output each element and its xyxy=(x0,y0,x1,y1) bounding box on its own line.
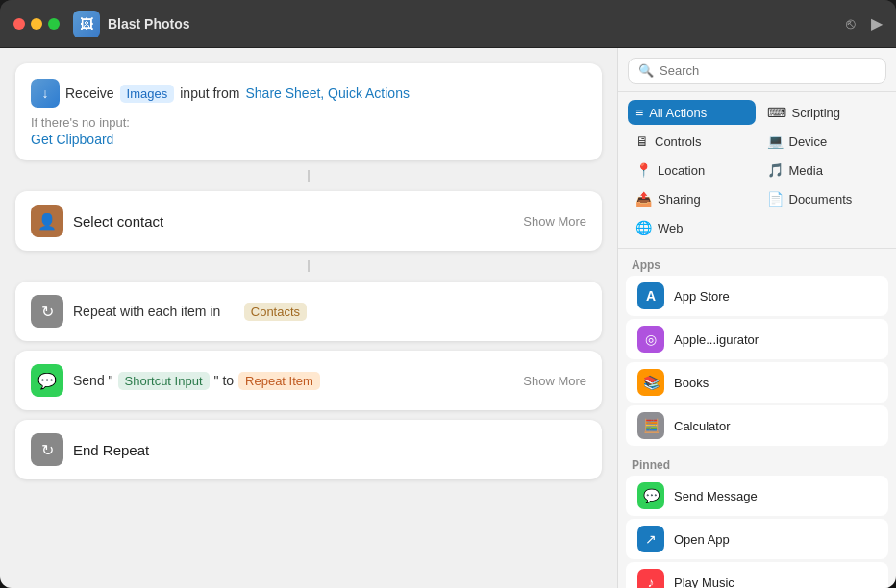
maximize-button[interactable] xyxy=(48,18,60,30)
calculator-label: Calculator xyxy=(674,419,731,433)
all-actions-icon: ≡ xyxy=(635,105,643,120)
actions-list: Apps A App Store ◎ Apple...igurator 📚 Bo… xyxy=(618,249,896,588)
media-label: Media xyxy=(789,163,823,178)
receive-card: ↓ Receive Images input from Share Sheet,… xyxy=(15,63,602,160)
app-store-icon: A xyxy=(637,282,664,309)
scripting-icon: ⌨ xyxy=(767,105,786,120)
action-apple-configurator[interactable]: ◎ Apple...igurator xyxy=(626,319,888,359)
no-input-label: If there's no input: xyxy=(31,115,586,130)
location-label: Location xyxy=(658,163,705,178)
divider-2 xyxy=(308,260,310,272)
input-from-label: input from xyxy=(180,86,239,101)
get-clipboard-link[interactable]: Get Clipboard xyxy=(31,132,586,147)
device-icon: 💻 xyxy=(767,134,784,149)
category-location[interactable]: 📍 Location xyxy=(628,158,756,183)
open-app-label: Open App xyxy=(674,532,730,547)
sharing-icon: 📤 xyxy=(635,191,652,207)
run-button[interactable]: ▶ xyxy=(871,14,883,33)
contacts-tag[interactable]: Contacts xyxy=(244,303,307,321)
send-row: 💬 Send " Shortcut Input " to Repeat Item… xyxy=(31,364,586,397)
send-icon: 💬 xyxy=(31,364,63,397)
receive-row: ↓ Receive Images input from Share Sheet,… xyxy=(31,79,586,108)
repeat-label-prefix: Repeat with each item in xyxy=(73,304,220,319)
play-music-label: Play Music xyxy=(674,576,734,589)
sharing-label: Sharing xyxy=(658,192,701,207)
location-icon: 📍 xyxy=(635,162,652,178)
select-contact-label: Select contact xyxy=(73,213,513,230)
category-media[interactable]: 🎵 Media xyxy=(759,158,887,183)
titlebar-actions: ⎋ ▶ xyxy=(846,14,883,33)
search-wrapper[interactable]: 🔍 xyxy=(628,58,886,84)
show-more-select[interactable]: Show More xyxy=(523,214,586,229)
close-button[interactable] xyxy=(13,18,25,30)
actions-panel: 🔍 ≡ All Actions ⌨ Scripting 🖥 Controls xyxy=(617,48,896,588)
category-sharing[interactable]: 📤 Sharing xyxy=(628,186,756,211)
all-actions-label: All Actions xyxy=(649,106,707,120)
sources-link[interactable]: Share Sheet, Quick Actions xyxy=(245,86,409,101)
books-icon: 📚 xyxy=(637,369,664,396)
device-label: Device xyxy=(789,135,828,149)
apps-section-header: Apps xyxy=(618,249,896,276)
controls-label: Controls xyxy=(655,135,701,149)
repeat-item-tag[interactable]: Repeat Item xyxy=(238,372,320,390)
titlebar: 🖼 Blast Photos ⎋ ▶ xyxy=(0,0,896,48)
send-text: Send " Shortcut Input " to Repeat Item xyxy=(73,372,513,390)
end-repeat-row: ↻ End Repeat xyxy=(31,433,586,466)
repeat-icon: ↻ xyxy=(31,295,63,328)
category-scripting[interactable]: ⌨ Scripting xyxy=(759,100,887,125)
category-all-actions[interactable]: ≡ All Actions xyxy=(628,100,756,125)
end-repeat-icon: ↻ xyxy=(31,433,63,466)
search-icon: 🔍 xyxy=(638,63,654,78)
category-grid: ≡ All Actions ⌨ Scripting 🖥 Controls 💻 D… xyxy=(618,92,896,249)
action-play-music[interactable]: ♪ Play Music xyxy=(626,562,888,588)
controls-icon: 🖥 xyxy=(635,134,649,149)
app-store-label: App Store xyxy=(674,289,730,304)
end-repeat-card: ↻ End Repeat xyxy=(15,420,602,479)
web-label: Web xyxy=(658,221,684,235)
app-window: 🖼 Blast Photos ⎋ ▶ ↓ Receive Images inpu… xyxy=(0,0,896,588)
books-label: Books xyxy=(674,376,709,390)
images-tag[interactable]: Images xyxy=(120,85,175,103)
open-app-icon: ↗ xyxy=(637,526,664,552)
main-content: ↓ Receive Images input from Share Sheet,… xyxy=(0,48,896,588)
send-mid: " to xyxy=(214,373,235,388)
divider-1 xyxy=(308,170,310,182)
category-web[interactable]: 🌐 Web xyxy=(628,215,756,240)
traffic-lights xyxy=(13,18,60,30)
send-prefix: Send " xyxy=(73,373,113,388)
action-send-message[interactable]: 💬 Send Message xyxy=(626,476,888,516)
play-music-icon: ♪ xyxy=(637,569,664,588)
send-card: 💬 Send " Shortcut Input " to Repeat Item… xyxy=(15,351,602,410)
contact-icon: 👤 xyxy=(31,205,63,237)
send-message-icon: 💬 xyxy=(637,482,664,509)
apple-configurator-icon: ◎ xyxy=(637,326,664,353)
media-icon: 🎵 xyxy=(767,162,784,178)
category-documents[interactable]: 📄 Documents xyxy=(759,186,887,211)
calculator-icon: 🧮 xyxy=(637,412,664,439)
action-open-app[interactable]: ↗ Open App xyxy=(626,519,888,559)
web-icon: 🌐 xyxy=(635,220,652,235)
action-books[interactable]: 📚 Books xyxy=(626,362,888,403)
minimize-button[interactable] xyxy=(31,18,42,30)
receive-label: Receive xyxy=(65,86,114,101)
window-title: Blast Photos xyxy=(108,16,838,32)
category-controls[interactable]: 🖥 Controls xyxy=(628,129,756,154)
search-input[interactable] xyxy=(660,63,876,78)
share-button[interactable]: ⎋ xyxy=(846,15,856,33)
scripting-label: Scripting xyxy=(792,106,841,120)
show-more-send[interactable]: Show More xyxy=(523,374,586,388)
shortcut-tag[interactable]: Shortcut Input xyxy=(118,372,210,390)
apple-configurator-label: Apple...igurator xyxy=(674,332,759,347)
repeat-row: ↻ Repeat with each item in Contacts xyxy=(31,295,586,328)
category-device[interactable]: 💻 Device xyxy=(759,129,887,154)
select-contact-row: 👤 Select contact Show More xyxy=(31,205,586,237)
send-message-label: Send Message xyxy=(674,489,758,503)
documents-label: Documents xyxy=(789,192,853,207)
search-bar: 🔍 xyxy=(618,48,896,92)
app-icon: 🖼 xyxy=(73,11,100,37)
action-app-store[interactable]: A App Store xyxy=(626,276,888,316)
workflow-panel: ↓ Receive Images input from Share Sheet,… xyxy=(0,48,617,588)
end-repeat-label: End Repeat xyxy=(73,442,586,458)
pinned-section-header: Pinned xyxy=(618,449,896,476)
action-calculator[interactable]: 🧮 Calculator xyxy=(626,405,888,446)
